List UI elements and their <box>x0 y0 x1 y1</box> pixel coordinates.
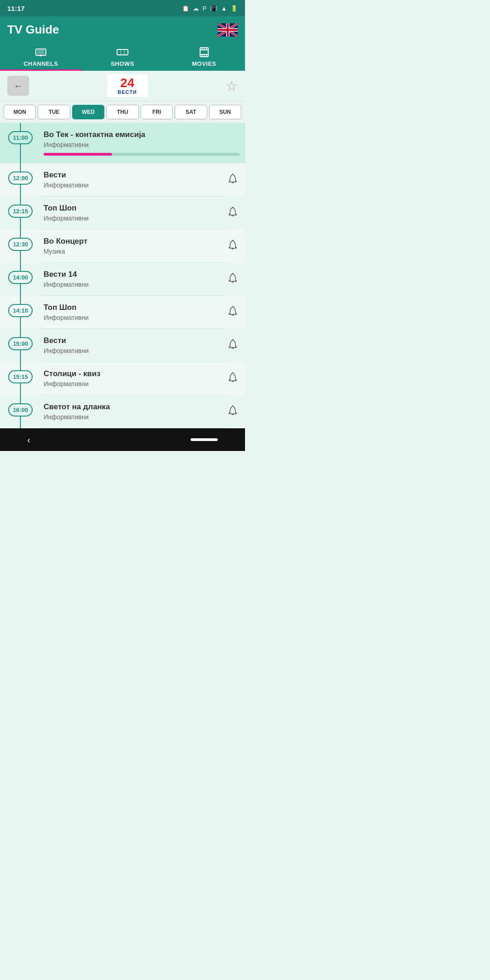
day-tue[interactable]: TUE <box>38 105 70 119</box>
bell-button[interactable] <box>226 199 245 227</box>
day-selector: MON TUE WED THU FRI SAT SUN <box>0 101 245 123</box>
bell-button[interactable] <box>226 398 245 426</box>
item-category: Информативни <box>44 314 220 321</box>
svg-rect-17 <box>201 55 202 57</box>
time-badge: 11:00 <box>8 131 32 144</box>
tab-shows-label: SHOWS <box>111 60 134 67</box>
app-title: TV Guide <box>7 23 59 37</box>
item-content[interactable]: Топ ШопИнформативни <box>41 196 226 230</box>
schedule-item: 15:00ВестиИнформативни <box>0 329 245 362</box>
time-badge: 12:00 <box>8 172 32 185</box>
time-badge: 12:30 <box>8 238 32 251</box>
svg-rect-5 <box>40 54 41 56</box>
progress-fill <box>44 153 112 156</box>
svg-point-10 <box>123 55 125 56</box>
bell-button[interactable] <box>226 265 245 294</box>
item-category: Информативни <box>44 281 220 288</box>
item-category: Информативни <box>44 380 220 387</box>
back-button[interactable]: ← <box>7 76 29 96</box>
schedule-item: 15:15Столици - квизИнформативни <box>0 362 245 395</box>
schedule-item: 12:15Топ ШопИнформативни <box>0 196 245 230</box>
status-bar: 11:17 📋 ☁ P 📳 ▲ 🔋 <box>0 0 245 16</box>
progress-bar <box>44 153 240 156</box>
app-header: TV Guide <box>0 16 245 41</box>
svg-point-8 <box>120 55 122 56</box>
svg-rect-19 <box>206 55 207 57</box>
item-category: Информативни <box>44 413 220 421</box>
item-category: Информативни <box>44 347 220 354</box>
item-content[interactable]: Светот на дланкаИнформативни <box>41 395 226 428</box>
item-category: Информативни <box>44 181 220 189</box>
tv-icon <box>34 46 47 59</box>
parking-icon: P <box>202 5 206 12</box>
day-thu[interactable]: THU <box>106 105 138 119</box>
favorite-button[interactable]: ☆ <box>225 78 238 94</box>
ticket-icon <box>116 46 129 59</box>
svg-rect-14 <box>201 48 202 49</box>
item-title: Столици - квиз <box>44 369 220 378</box>
svg-rect-13 <box>200 54 208 55</box>
channel-header: ← 24 ВЕСТИ ☆ <box>0 71 245 101</box>
day-wed[interactable]: WED <box>72 105 104 119</box>
status-time: 11:17 <box>7 5 24 12</box>
time-badge: 15:00 <box>8 337 32 350</box>
system-back-icon[interactable]: ‹ <box>27 435 30 445</box>
battery-icon: 🔋 <box>230 5 238 12</box>
item-content[interactable]: Топ ШопИнформативни <box>41 296 226 329</box>
vibrate-icon: 📳 <box>210 5 217 12</box>
channel-logo-number: 24 <box>120 77 134 89</box>
item-category: Информативни <box>44 141 240 148</box>
svg-point-7 <box>120 48 122 49</box>
tab-movies[interactable]: MOVIES <box>163 41 245 71</box>
tab-channels[interactable]: CHANNELS <box>0 41 82 71</box>
tab-channels-label: CHANNELS <box>24 60 58 67</box>
clipboard-icon: 📋 <box>182 5 189 12</box>
item-title: Во Тек - контактна емисија <box>44 130 240 139</box>
schedule-item: 12:30Во КонцертМузика <box>0 230 245 263</box>
svg-rect-12 <box>200 49 208 50</box>
day-sat[interactable]: SAT <box>175 105 207 119</box>
item-content[interactable]: Вести 14Информативни <box>41 263 226 296</box>
schedule-item: 14:10Топ ШопИнформативни <box>0 296 245 329</box>
bell-button[interactable] <box>226 232 245 260</box>
time-badge: 15:15 <box>8 370 32 383</box>
day-mon[interactable]: MON <box>4 105 36 119</box>
time-badge: 16:00 <box>8 403 32 416</box>
day-sun[interactable]: SUN <box>209 105 241 119</box>
time-badge: 14:10 <box>8 304 32 317</box>
time-badge: 14:00 <box>8 271 32 284</box>
schedule-item: 16:00Светот на дланкаИнформативни <box>0 395 245 428</box>
status-icons: 📋 ☁ P 📳 ▲ 🔋 <box>182 5 238 12</box>
item-title: Светот на дланка <box>44 402 220 412</box>
tab-bar: CHANNELS SHOWS <box>0 41 245 71</box>
bell-button[interactable] <box>226 166 245 194</box>
item-content[interactable]: ВестиИнформативни <box>41 163 226 196</box>
item-category: Музика <box>44 248 220 255</box>
item-content[interactable]: Столици - квизИнформативни <box>41 362 226 395</box>
bottom-nav: ‹ <box>0 428 245 451</box>
wifi-icon: ▲ <box>221 5 227 12</box>
time-badge: 12:15 <box>8 205 32 218</box>
bell-button[interactable] <box>226 365 245 393</box>
bell-button[interactable] <box>226 299 245 327</box>
svg-rect-15 <box>204 48 205 49</box>
channel-logo: 24 ВЕСТИ <box>107 74 148 97</box>
svg-rect-18 <box>204 55 205 57</box>
svg-rect-16 <box>206 48 207 49</box>
item-content[interactable]: Во КонцертМузика <box>41 230 226 263</box>
schedule-item: 11:00Во Тек - контактна емисијаИнформати… <box>0 123 245 163</box>
schedule-item: 14:00Вести 14Информативни <box>0 263 245 296</box>
item-content[interactable]: ВестиИнформативни <box>41 329 226 362</box>
svg-rect-6 <box>117 49 128 55</box>
home-pill[interactable] <box>191 438 218 441</box>
item-content[interactable]: Во Тек - контактна емисијаИнформативни <box>41 123 245 163</box>
schedule-list: 11:00Во Тек - контактна емисијаИнформати… <box>0 123 245 428</box>
item-title: Вести 14 <box>44 270 220 279</box>
day-fri[interactable]: FRI <box>141 105 173 119</box>
film-icon <box>198 46 211 59</box>
bell-button[interactable] <box>226 332 245 360</box>
channel-logo-text: ВЕСТИ <box>118 89 137 95</box>
schedule-item: 12:00ВестиИнформативни <box>0 163 245 196</box>
tab-shows[interactable]: SHOWS <box>82 41 163 71</box>
svg-point-9 <box>123 48 125 49</box>
